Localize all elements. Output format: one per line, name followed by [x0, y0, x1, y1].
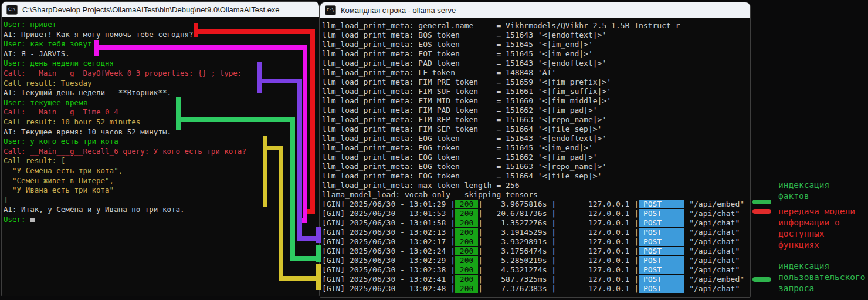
console-line: Call: __Main___g__DayOfWeek_0_3 properti… [4, 69, 319, 79]
console-line: User: привет [4, 20, 319, 30]
console-line: Call: __Main___g__Time_0_4 [4, 107, 319, 117]
console-line: llm_load_print_meta: EOG token = 151645 … [322, 143, 750, 153]
console-line: "У Ивана есть три кота" [4, 186, 319, 195]
console-line: llama_model_load: vocab only - skipping … [322, 190, 750, 200]
connector-green [176, 117, 295, 122]
connector-purple [316, 227, 321, 243]
console-line: llm_load_print_meta: PAD token = 151643 … [322, 59, 750, 68]
left-console-output[interactable]: User: приветAI: Привет! Как я могу помоч… [2, 17, 319, 296]
console-line: llm_load_print_meta: FIM SUF token = 151… [322, 87, 750, 96]
console-icon: C:\ [6, 5, 18, 15]
console-icon-glyph: C:\ [326, 8, 334, 12]
console-line: llm_load_print_meta: EOG token = 151663 … [322, 162, 750, 171]
legend-dash-green-facts [752, 200, 771, 204]
console-icon: C:\ [325, 5, 336, 15]
console-line: AI: Итак, у Семёна и у Ивана по три кота… [4, 205, 319, 215]
console-line: [GIN] 2025/06/30 - 13:02:38 | 200 | 4.53… [322, 265, 750, 275]
console-line: llm_load_print_meta: EOG token = 151664 … [322, 171, 750, 181]
console-line: [GIN] 2025/06/30 - 13:01:58 | 200 | 1.35… [322, 218, 750, 228]
console-line: llm_load_print_meta: FIM MID token = 151… [322, 96, 750, 106]
console-line: llm_load_print_meta: EOG token = 151643 … [322, 134, 750, 143]
console-line: [GIN] 2025/06/30 - 13:02:17 | 200 | 3.93… [322, 237, 750, 247]
connector-purple [260, 79, 302, 83]
console-line: [GIN] 2025/06/30 - 13:01:53 | 200 | 20.6… [322, 209, 750, 218]
right-window-title: Командная строка - ollama serve [341, 6, 456, 15]
console-line: AI: Я - JARVIS. [4, 49, 319, 59]
connector-red [310, 29, 315, 214]
console-line: [GIN] 2025/06/30 - 13:02:48 | 200 | 7.37… [322, 284, 750, 294]
cmd-ollama-serve-window: C:\ Командная строка - ollama serve llm_… [320, 2, 751, 298]
connector-green [290, 117, 295, 261]
connector-green [176, 97, 181, 130]
connector-yellow [316, 264, 321, 290]
console-line: llm_load_print_meta: EOG token = 151662 … [322, 153, 750, 162]
console-line: ] [4, 195, 319, 205]
console-line: "У Семёна есть три кота", [4, 166, 319, 176]
console-line: llm_load_print_meta: FIM SEP token = 151… [322, 124, 750, 134]
connector-red [194, 29, 315, 34]
console-line: llm_load_print_meta: max token length = … [322, 181, 750, 190]
annotation-user-query-indexing: индексацияпользовательскогозапроса [778, 261, 865, 294]
connector-purple [257, 62, 262, 93]
left-window-titlebar[interactable]: C:\ C:\SharpDevelop Projects\OllamaAITes… [2, 2, 319, 18]
right-window-titlebar[interactable]: C:\ Командная строка - ollama serve [320, 2, 750, 18]
console-line: llm_load_print_meta: FIM PAD token = 151… [322, 106, 750, 115]
console-line: llm_load_print_meta: BOS token = 151643 … [322, 31, 750, 40]
console-line: llm_load_print_meta: EOS token = 151645 … [322, 40, 750, 49]
connector-magenta [94, 45, 307, 50]
connector-yellow [279, 146, 283, 281]
right-console-output[interactable]: llm_load_print_meta: general.name = Vikh… [320, 18, 750, 297]
console-line: llm_load_print_meta: general.name = Vikh… [322, 21, 750, 31]
console-line: User: текущее время [4, 98, 319, 108]
console-line: AI: Текущий день недели - **Вторник**. [4, 88, 319, 98]
console-line: llm_load_print_meta: EOT token = 151645 … [322, 49, 750, 59]
console-line: [GIN] 2025/06/30 - 13:02:41 | 200 | 587.… [322, 275, 750, 284]
connector-purple [297, 79, 302, 241]
console-icon-glyph: C:\ [7, 8, 16, 12]
left-window-title: C:\SharpDevelop Projects\OllamaAITest\bi… [22, 5, 280, 14]
connector-green [316, 245, 321, 262]
console-line: [GIN] 2025/06/30 - 13:02:13 | 200 | 3.19… [322, 228, 750, 237]
legend-dash-green-query [752, 277, 771, 282]
connector-yellow [279, 276, 321, 281]
console-line: User: [4, 215, 319, 225]
annotation-functions-info: передача моделиинформации одоступныхфунк… [778, 206, 855, 251]
console-line: [GIN] 2025/06/30 - 13:02:24 | 200 | 3.17… [322, 247, 750, 256]
console-line: llm_load_print_meta: FIM REP token = 151… [322, 115, 750, 124]
console-line: [GIN] 2025/06/30 - 13:01:29 | 200 | 3.96… [322, 200, 750, 209]
console-line: llm_load_print_meta: FIM PRE token = 151… [322, 77, 750, 87]
annotation-facts-indexing: индексацияфактов [778, 180, 829, 202]
console-line: Call result: [ [4, 156, 319, 166]
console-line: User: день недели сегодня [4, 59, 319, 69]
legend-dash-red-functions [752, 209, 771, 214]
console-line: llm_load_print_meta: LF token = 148848 '… [322, 68, 750, 77]
connector-magenta [303, 45, 307, 223]
console-line: AI: Текущее время: 10 часов 52 минуты. [4, 127, 319, 137]
console-line: "Семён живет в Питере", [4, 176, 319, 186]
console-line: [GIN] 2025/06/30 - 13:02:29 | 200 | 5.28… [322, 256, 750, 265]
